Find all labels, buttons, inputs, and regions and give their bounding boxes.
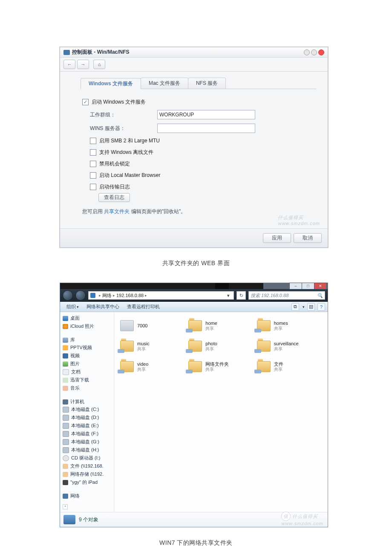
sidebar-item-pictures[interactable]: 图片	[63, 360, 113, 367]
checkbox-smb2[interactable]	[90, 138, 96, 144]
sidebar-item-documents[interactable]: 文档	[63, 368, 113, 376]
documents-icon	[63, 369, 69, 375]
sidebar-item-vol-g[interactable]: 本地磁盘 (G:)	[63, 438, 113, 445]
label-enable-windows: 启动 Windows 文件服务	[92, 98, 146, 106]
view-mode-button[interactable]: ⧉	[291, 303, 299, 311]
sidebar-item-vol-c[interactable]: 本地磁盘 (C:)	[63, 406, 113, 413]
share-folder-icon	[257, 320, 271, 331]
help-button[interactable]: ?	[317, 303, 325, 311]
network-drive-icon	[63, 472, 68, 477]
folder-name: 网络文件夹	[205, 361, 229, 367]
folder-item[interactable]: homes共享	[257, 316, 322, 335]
folder-name: homes	[274, 321, 288, 326]
sidebar-item-downloads[interactable]: 迅雷下载	[63, 376, 113, 384]
window-maximize-button[interactable]: □	[302, 283, 314, 289]
sidebar-item-vol-d[interactable]: 本地磁盘 (D:)	[63, 414, 113, 421]
desktop-icon	[63, 316, 68, 321]
sidebar-item-icloud[interactable]: iCloud 照片	[63, 323, 113, 330]
navigation-pane: 桌面 iCloud 照片 库 PPTV视频 视频 图片 文档 迅雷下载 音乐 计…	[60, 312, 114, 512]
forward-button[interactable]: →	[77, 60, 89, 69]
crumb-network[interactable]: 网络	[102, 292, 112, 299]
label-oplock: 禁用机会锁定	[99, 160, 130, 168]
view-log-button[interactable]: 查看日志	[98, 193, 130, 202]
folder-item[interactable]: video共享	[120, 357, 185, 376]
sidebar-item-cd[interactable]: CD 驱动器 (I:)	[63, 454, 113, 462]
folder-sub: 共享	[274, 347, 299, 352]
sidebar-label: 本地磁盘 (H:)	[71, 447, 99, 453]
tab-bar: Windows 文件服务 Mac 文件服务 NFS 服务	[81, 78, 317, 89]
network-drive-icon	[63, 464, 68, 469]
forward-nav-button[interactable]	[75, 290, 86, 301]
network-crumb-icon	[90, 293, 95, 298]
crumb-node[interactable]: 192.168.0.88	[116, 293, 144, 298]
expand-toggle[interactable]: +	[63, 504, 68, 509]
checkbox-enable-windows[interactable]	[82, 99, 89, 105]
chevron-down-icon[interactable]: ▾	[303, 305, 305, 309]
sidebar-item-ipad[interactable]: "ygy" 的 iPad	[63, 479, 113, 486]
tab-windows[interactable]: Windows 文件服务	[81, 78, 141, 89]
close-icon[interactable]	[318, 49, 324, 55]
sidebar-item-netdrive-2[interactable]: 网络存储 (\\192.	[63, 471, 113, 478]
help-icon[interactable]	[304, 49, 310, 55]
sidebar-item-network[interactable]: 网络	[63, 493, 113, 499]
pptv-icon	[63, 345, 68, 350]
share-folder-icon	[188, 320, 202, 331]
control-panel-window: 控制面板 - Win/Mac/NFS ← → ⌂ Windows 文件服务 Ma…	[60, 47, 328, 248]
window-close-button[interactable]: ✕	[314, 283, 327, 289]
sidebar-item-videos[interactable]: 视频	[63, 352, 113, 359]
network-icon	[63, 494, 68, 499]
folder-item[interactable]: 文件共享	[257, 357, 322, 376]
organize-menu[interactable]: 组织▾	[63, 303, 83, 311]
sidebar-item-libraries[interactable]: 库	[63, 337, 113, 343]
folder-item[interactable]: 7000	[120, 316, 185, 335]
sidebar-label: "ygy" 的 iPad	[70, 479, 98, 486]
folder-item[interactable]: photo共享	[188, 337, 253, 356]
folder-item[interactable]: home共享	[188, 316, 253, 335]
wins-input[interactable]	[157, 124, 255, 133]
sidebar-item-pptv[interactable]: PPTV视频	[63, 344, 113, 351]
window-minimize-button[interactable]: –	[289, 283, 302, 289]
view-printers-button[interactable]: 查看远程打印机	[123, 303, 164, 311]
checkbox-log[interactable]	[90, 184, 96, 190]
home-button[interactable]: ⌂	[93, 60, 105, 69]
address-dropdown-icon[interactable]: ▾	[225, 293, 232, 298]
cancel-button[interactable]: 取消	[294, 233, 322, 243]
folder-item[interactable]: 网络文件夹共享	[188, 357, 253, 376]
back-nav-button[interactable]	[63, 290, 73, 301]
crumb-sep-icon: ▸	[99, 293, 101, 298]
folder-item[interactable]: music共享	[120, 337, 185, 356]
sidebar-item-computer[interactable]: 计算机	[63, 399, 113, 405]
shared-folder-link[interactable]: 共享文件夹	[104, 208, 130, 214]
network-center-button[interactable]: 网络和共享中心	[83, 303, 123, 311]
nav-toolbar: ← → ⌂	[60, 58, 328, 72]
workgroup-input[interactable]	[157, 110, 255, 119]
minimize-icon[interactable]	[311, 49, 317, 55]
checkbox-offline[interactable]	[90, 149, 96, 156]
preview-pane-button[interactable]: ▧	[307, 303, 315, 311]
folder-name: surveillance	[274, 341, 299, 347]
sidebar-item-vol-h[interactable]: 本地磁盘 (H:)	[63, 446, 113, 454]
address-bar[interactable]: ▸ 网络 ▸ 192.168.0.88 ▸ ▾	[88, 291, 234, 300]
sidebar-label: 本地磁盘 (E:)	[71, 422, 99, 429]
watermark-brand: 什么值得买	[278, 215, 303, 220]
share-folder-icon	[188, 361, 202, 372]
refresh-button[interactable]: ↻	[236, 291, 246, 300]
sidebar-item-desktop[interactable]: 桌面	[63, 315, 113, 322]
sidebar-item-vol-e[interactable]: 本地磁盘 (E:)	[63, 422, 113, 429]
apply-button[interactable]: 应用	[263, 233, 291, 243]
tab-mac[interactable]: Mac 文件服务	[141, 78, 188, 89]
checkbox-oplock[interactable]	[90, 161, 96, 167]
sidebar-label: 迅雷下载	[70, 377, 89, 383]
checkbox-lmb[interactable]	[90, 172, 96, 179]
search-input[interactable]: 搜索 192.168.0.88 🔍	[248, 291, 325, 300]
folder-item[interactable]: surveillance共享	[257, 337, 322, 356]
folder-sub: 共享	[137, 347, 150, 352]
sidebar-item-netdrive-1[interactable]: 文件 (\\192.168.	[63, 462, 113, 470]
sidebar-item-vol-f[interactable]: 本地磁盘 (F:)	[63, 430, 113, 437]
share-folder-icon	[257, 361, 271, 372]
back-button[interactable]: ←	[63, 60, 75, 69]
sidebar-item-music[interactable]: 音乐	[63, 384, 113, 392]
icloud-icon	[63, 324, 68, 329]
tab-nfs[interactable]: NFS 服务	[188, 78, 226, 89]
ipad-icon	[63, 480, 68, 485]
